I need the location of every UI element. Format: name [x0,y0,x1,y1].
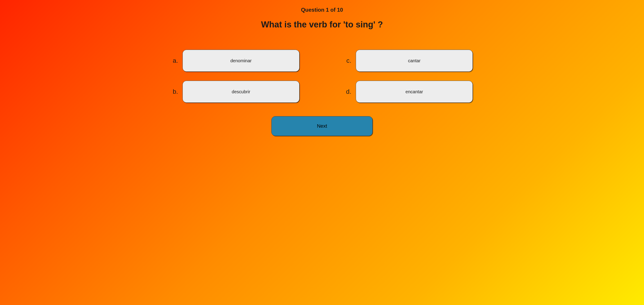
answer-letter: d. [344,88,351,95]
next-button[interactable]: Next [271,116,373,136]
answer-letter: c. [344,57,351,64]
answers-grid: a. denominar c. cantar b. descubrir d. e… [171,50,473,103]
question-counter: Question 1 of 10 [301,7,343,13]
answer-letter: b. [171,88,178,95]
answer-option-b: b. descubrir [171,81,300,103]
answer-button-d[interactable]: encantar [356,81,473,103]
question-text: What is the verb for 'to sing' ? [261,20,383,29]
quiz-container: Question 1 of 10 What is the verb for 't… [0,0,644,305]
answer-button-b[interactable]: descubrir [182,81,300,103]
answer-letter: a. [171,57,178,64]
answer-option-a: a. denominar [171,50,300,72]
answer-button-c[interactable]: cantar [356,50,473,72]
answer-option-c: c. cantar [344,50,473,72]
answer-button-a[interactable]: denominar [182,50,300,72]
answer-option-d: d. encantar [344,81,473,103]
